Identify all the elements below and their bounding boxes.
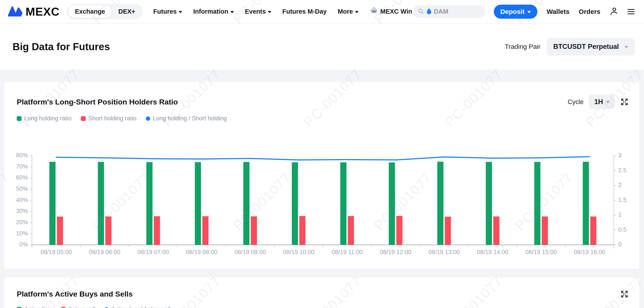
top-navbar: MEXC Exchange DEX+ Futures Information E… — [0, 0, 644, 23]
fullscreen-icon[interactable] — [620, 98, 628, 106]
orders-link[interactable]: Orders — [579, 8, 600, 15]
long-short-card-title: Platform's Long-Short Position Holders R… — [17, 98, 178, 106]
trading-pair-group: Trading Pair BTCUSDT Perpetual — [505, 38, 635, 55]
nav-information[interactable]: Information — [193, 8, 234, 15]
chevron-down-icon — [355, 11, 358, 13]
svg-text:08/19 11:00: 08/19 11:00 — [332, 249, 363, 256]
svg-text:50%: 50% — [16, 185, 28, 192]
svg-text:2.5: 2.5 — [618, 167, 626, 174]
nav-events[interactable]: Events — [245, 8, 271, 15]
trading-pair-select[interactable]: BTCUSDT Perpetual — [547, 38, 635, 55]
chevron-down-icon — [178, 11, 182, 13]
green-square-swatch — [17, 116, 22, 121]
page-title: Big Data for Futures — [12, 41, 110, 52]
legend-active-sell[interactable]: Active sell — [61, 306, 95, 308]
long-short-card: Platform's Long-Short Position Holders R… — [4, 82, 639, 269]
svg-text:0: 0 — [618, 241, 622, 248]
long-short-legend: Long holding ratio Short holding ratio L… — [4, 109, 639, 122]
svg-text:0%: 0% — [20, 241, 28, 248]
cycle-label: Cycle — [568, 98, 584, 106]
active-card-title: Platform's Active Buys and Sells — [17, 290, 132, 298]
mexc-logo-text: MEXC — [26, 5, 60, 18]
svg-text:08/19 12:00: 08/19 12:00 — [380, 249, 412, 256]
search-icon — [418, 8, 424, 15]
active-legend: Active buy Active sell Active buy / Acti… — [4, 298, 639, 308]
page-header: Big Data for Futures Trading Pair BTCUSD… — [0, 23, 644, 69]
svg-text:08/19 13:00: 08/19 13:00 — [428, 249, 460, 256]
svg-text:08/19 15:00: 08/19 15:00 — [525, 249, 557, 256]
svg-text:1.5: 1.5 — [618, 197, 626, 203]
user-icon[interactable] — [609, 7, 618, 16]
legend-short-holding[interactable]: Short holding ratio — [81, 115, 136, 122]
legend-active-ratio[interactable]: Active buy / Active sell — [104, 306, 170, 308]
svg-text:40%: 40% — [16, 197, 28, 203]
svg-text:08/19 05:00: 08/19 05:00 — [40, 249, 72, 256]
fullscreen-icon[interactable] — [620, 290, 628, 298]
market-toggle: Exchange DEX+ — [67, 4, 143, 19]
mexc-logo[interactable]: MEXC — [8, 5, 60, 18]
svg-text:2: 2 — [618, 182, 622, 188]
blue-dot-swatch — [104, 307, 109, 308]
chevron-down-icon — [527, 11, 531, 13]
red-square-swatch — [61, 307, 66, 308]
svg-text:08/19 16:00: 08/19 16:00 — [574, 249, 606, 256]
svg-text:08/19 09:00: 08/19 09:00 — [234, 249, 266, 256]
wallets-link[interactable]: Wallets — [547, 8, 570, 15]
svg-text:3: 3 — [618, 152, 622, 159]
chevron-down-icon — [624, 46, 628, 48]
svg-text:08/19 08:00: 08/19 08:00 — [186, 249, 218, 256]
deposit-button[interactable]: Deposit — [494, 4, 538, 19]
svg-text:WIN: WIN — [372, 10, 376, 12]
toggle-exchange[interactable]: Exchange — [68, 5, 112, 18]
legend-active-buy[interactable]: Active buy — [17, 306, 52, 308]
trading-pair-value: BTCUSDT Perpetual — [553, 43, 619, 51]
nav-more[interactable]: More — [338, 8, 358, 15]
legend-long-holding[interactable]: Long holding ratio — [17, 115, 72, 122]
nav-futures[interactable]: Futures — [153, 8, 182, 15]
nav-mexc-win[interactable]: WIN MEXC Win — [370, 6, 412, 17]
search-bar[interactable] — [413, 5, 486, 18]
search-input[interactable] — [434, 8, 467, 15]
svg-text:70%: 70% — [16, 163, 28, 170]
main-nav: Futures Information Events Futures M-Day… — [153, 6, 412, 17]
chevron-down-icon — [230, 11, 234, 13]
water-drop-icon — [426, 8, 432, 15]
svg-text:08/19 10:00: 08/19 10:00 — [283, 249, 314, 256]
mexc-logo-icon — [8, 5, 23, 18]
long-short-chart[interactable]: 0%10%20%30%40%50%60%70%80%00.511.522.530… — [4, 152, 639, 264]
legend-ratio-line[interactable]: Long holding / Short holding — [146, 115, 227, 122]
toggle-dex[interactable]: DEX+ — [112, 5, 142, 18]
menu-icon[interactable] — [627, 8, 635, 15]
chevron-down-icon — [606, 101, 610, 103]
svg-text:10%: 10% — [16, 230, 28, 237]
cycle-select[interactable]: 1H — [589, 95, 615, 109]
green-square-swatch — [17, 307, 22, 308]
svg-text:0.5: 0.5 — [618, 226, 626, 233]
chevron-down-icon — [268, 11, 271, 13]
nav-futures-mday[interactable]: Futures M-Day — [282, 8, 327, 15]
svg-text:20%: 20% — [16, 219, 28, 226]
blue-dot-swatch — [146, 116, 150, 121]
win-badge-icon: WIN — [370, 6, 378, 17]
trading-pair-label: Trading Pair — [505, 43, 540, 50]
red-square-swatch — [81, 116, 86, 121]
svg-text:08/19 07:00: 08/19 07:00 — [138, 249, 169, 256]
svg-text:30%: 30% — [16, 208, 28, 214]
svg-text:08/19 14:00: 08/19 14:00 — [477, 249, 508, 256]
svg-text:60%: 60% — [16, 174, 28, 181]
svg-text:1: 1 — [618, 211, 622, 218]
content-area: Platform's Long-Short Position Holders R… — [0, 69, 644, 308]
svg-text:80%: 80% — [16, 152, 28, 159]
active-buys-sells-card: Platform's Active Buys and Sells Active … — [4, 278, 639, 308]
svg-text:08/19 06:00: 08/19 06:00 — [89, 249, 120, 256]
